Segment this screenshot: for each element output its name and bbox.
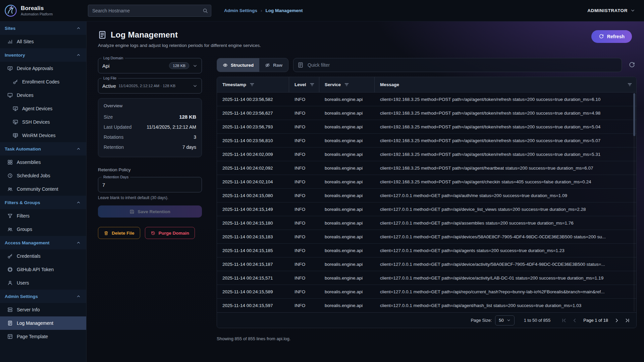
sidebar-item-devices[interactable]: Devices [0,88,86,102]
search-input[interactable] [88,5,211,17]
overview-value: 3 [194,134,196,140]
overview-row: Size128 KB [104,112,196,122]
purge-domain-button[interactable]: Purge Domain [145,227,195,239]
log-level: INFO [289,193,319,198]
key-icon [7,253,13,259]
table-row[interactable]: 2025-11-14 00:24:02,009INFOborealis.engi… [217,147,636,161]
table-row[interactable]: 2025-11-14 00:24:15,149INFOborealis.engi… [217,202,636,216]
sidebar-item-all-sites[interactable]: All Sites [0,35,86,48]
log-message: client=127.0.0.1 method=GET path=/api/de… [375,262,636,267]
table-row[interactable]: 2025-11-14 00:23:56,810INFOborealis.engi… [217,134,636,147]
refresh-button[interactable]: Refresh [591,30,632,43]
sidebar-item-community-content[interactable]: Community Content [0,182,86,196]
log-level: INFO [289,248,319,253]
view-toggle-structured[interactable]: Structured [217,58,259,72]
sidebar-item-assemblies[interactable]: Assemblies [0,156,86,169]
table-row[interactable]: 2025-11-14 00:24:15,571INFOborealis.engi… [217,271,636,285]
log-domain-select[interactable]: Log Domain Api 128 KB [98,58,202,73]
log-level: INFO [289,179,319,184]
sidebar-item-users[interactable]: Users [0,276,86,290]
overview-label: Rotations [104,134,123,140]
column-filter-icon[interactable] [250,82,255,87]
chevron-right-button[interactable] [613,316,621,324]
column-filter-icon[interactable] [310,82,315,87]
sidebar-item-device-approvals[interactable]: Device Approvals [0,62,86,75]
log-level: INFO [289,166,319,171]
sidebar-item-agent-devices[interactable]: Agent Devices [0,102,86,115]
sidebar-item-groups[interactable]: Groups [0,223,86,236]
refresh-logs-button[interactable] [627,60,637,70]
table-row[interactable]: 2025-11-14 00:23:56,627INFOborealis.engi… [217,106,636,120]
log-domain-label: Log Domain [102,56,125,60]
chevron-down-icon [630,8,635,13]
view-toggle-raw[interactable]: Raw [259,58,288,72]
column-filter-icon[interactable] [627,82,632,87]
user-menu-button[interactable]: ADMINISTRATOR [587,8,644,13]
log-level: INFO [289,303,319,308]
sidebar-section-filters-groups[interactable]: Filters & Groups [0,196,86,209]
sidebar-item-label: Enrollment Codes [22,79,59,84]
sidebar-item-server-info[interactable]: Server Info [0,303,86,316]
sidebar-item-credentials[interactable]: Credentials [0,249,86,263]
table-row[interactable]: 2025-11-14 00:24:15,080INFOborealis.engi… [217,189,636,202]
table-row[interactable]: 2025-11-14 00:24:15,183INFOborealis.engi… [217,230,636,244]
table-row[interactable]: 2025-11-14 00:24:15,597INFOborealis.engi… [217,299,636,312]
log-message: client=192.168.3.25 method=POST path=/ap… [375,138,636,143]
sidebar-item-github-api-token[interactable]: GitHub API Token [0,263,86,276]
log-message: client=192.168.3.25 method=POST path=/ap… [375,97,636,102]
sidebar-item-enrollment-codes[interactable]: Enrollment Codes [0,75,86,88]
sidebar-item-label: WinRM Devices [22,133,56,138]
breadcrumb-item-admin-settings[interactable]: Admin Settings [224,8,257,13]
sidebar-section-sites[interactable]: Sites [0,21,86,35]
table-row[interactable]: 2025-11-14 00:24:02,104INFOborealis.engi… [217,175,636,189]
chevron-down-icon [506,318,511,322]
sidebar-section-task-automation[interactable]: Task Automation [0,142,86,156]
log-service: borealis.engine.api [319,207,375,212]
table-row[interactable]: 2025-11-14 00:24:15,187INFOborealis.engi… [217,257,636,271]
table-row[interactable]: 2025-11-14 00:24:15,185INFOborealis.engi… [217,244,636,257]
table-row[interactable]: 2025-11-14 00:23:56,793INFOborealis.engi… [217,120,636,134]
column-header-service: Service [319,77,375,92]
chevron-down-icon [193,63,198,68]
delete-file-button[interactable]: Delete File [98,227,140,239]
purge-history-icon [151,231,156,236]
sidebar-item-winrm-devices[interactable]: WinRM Devices [0,129,86,142]
scrollbar-thumb[interactable] [633,93,635,136]
log-file-select[interactable]: Log File Active 11/14/2025, 2:12:12 AM ·… [98,78,202,94]
log-timestamp: 2025-11-14 00:24:15,185 [217,248,289,253]
retention-days-input[interactable] [102,182,198,188]
sidebar-item-page-template[interactable]: Page Template [0,330,86,343]
sidebar-section-inventory[interactable]: Inventory [0,48,86,62]
sidebar-item-filters[interactable]: Filters [0,209,86,223]
log-service: borealis.engine.api [319,221,375,226]
quick-filter-input[interactable] [293,58,622,72]
table-scrollbar[interactable] [633,93,635,312]
main-content: Log Management Analyze engine logs and a… [87,21,644,362]
last-page-button[interactable] [624,316,632,324]
sidebar-section-access-management[interactable]: Access Management [0,236,86,249]
hostname-search [88,5,211,17]
eye-icon [223,63,228,68]
sidebar-item-label: Credentials [17,253,41,259]
table-row[interactable]: 2025-11-14 00:24:15,180INFOborealis.engi… [217,216,636,230]
sidebar-item-scheduled-jobs[interactable]: Scheduled Jobs [0,169,86,182]
sidebar-item-log-management[interactable]: Log Management [0,316,86,330]
log-service: borealis.engine.api [319,289,375,294]
sidebar-item-ssh-devices[interactable]: SSH Devices [0,115,86,129]
column-filter-icon[interactable] [344,82,349,87]
log-service: borealis.engine.api [319,276,375,281]
sidebar-item-label: Agent Devices [22,106,52,111]
save-retention-button[interactable]: Save Retention [98,205,202,218]
page-size-value: 50 [499,318,503,323]
breadcrumb-item-log-management[interactable]: Log Management [266,8,303,13]
table-row[interactable]: 2025-11-14 00:23:56,582INFOborealis.engi… [217,93,636,106]
table-row[interactable]: 2025-11-14 00:24:15,589INFOborealis.engi… [217,285,636,299]
log-level: INFO [289,111,319,116]
table-row[interactable]: 2025-11-14 00:24:02,092INFOborealis.engi… [217,161,636,175]
log-timestamp: 2025-11-14 00:24:02,092 [217,166,289,171]
log-level: INFO [289,276,319,281]
sidebar-section-admin-settings[interactable]: Admin Settings [0,290,86,303]
template-icon [7,334,13,339]
page-size-select[interactable]: 50 [495,315,514,325]
sidebar-item-label: Device Approvals [17,66,53,71]
